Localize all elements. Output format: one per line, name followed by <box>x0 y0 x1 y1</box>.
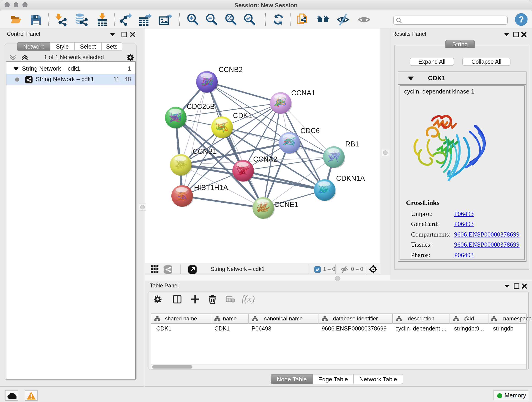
svg-text:HIST1H1A: HIST1H1A <box>194 184 228 191</box>
svg-text:CCNA1: CCNA1 <box>291 89 315 97</box>
svg-text:CCNA2: CCNA2 <box>253 155 277 163</box>
svg-text:RB1: RB1 <box>345 140 359 148</box>
svg-text:CDC25B: CDC25B <box>187 102 215 110</box>
svg-text:CDC6: CDC6 <box>300 127 320 135</box>
svg-text:CDK1: CDK1 <box>233 112 252 120</box>
svg-text:CCNB1: CCNB1 <box>193 147 217 155</box>
svg-text:CCNE1: CCNE1 <box>274 201 298 209</box>
svg-text:?: ? <box>519 15 524 24</box>
svg-text:CDKN1A: CDKN1A <box>336 174 365 182</box>
svg-text:CCNB2: CCNB2 <box>219 65 243 74</box>
